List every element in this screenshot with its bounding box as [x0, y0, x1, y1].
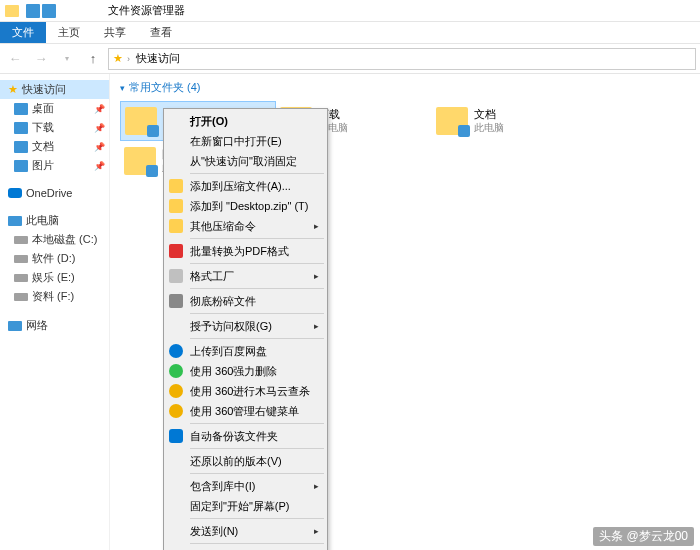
ctx-360-menu[interactable]: 使用 360管理右键菜单	[166, 401, 325, 421]
ctx-360-scan[interactable]: 使用 360进行木马云查杀	[166, 381, 325, 401]
folder-icon	[125, 107, 157, 135]
nav-history-dropdown[interactable]: ▾	[56, 48, 78, 70]
sidebar-item-downloads[interactable]: 下载📌	[0, 118, 109, 137]
onedrive-icon	[8, 188, 22, 198]
nav-up-button[interactable]: ↑	[82, 48, 104, 70]
ctx-shred[interactable]: 彻底粉碎文件	[166, 291, 325, 311]
sidebar-this-pc[interactable]: 此电脑	[0, 211, 109, 230]
breadcrumb[interactable]: 快速访问	[134, 51, 182, 66]
sidebar-item-desktop[interactable]: 桌面📌	[0, 99, 109, 118]
ctx-auto-backup[interactable]: 自动备份该文件夹	[166, 426, 325, 446]
nav-forward-button[interactable]: →	[30, 48, 52, 70]
pin-icon: 📌	[94, 142, 105, 152]
folder-icon	[4, 3, 20, 19]
ctx-send-to[interactable]: 发送到(N)▸	[166, 521, 325, 541]
pictures-icon	[14, 160, 28, 172]
ctx-unpin-quick-access[interactable]: 从"快速访问"取消固定	[166, 151, 325, 171]
ctx-add-archive[interactable]: 添加到压缩文件(A)...	[166, 176, 325, 196]
submenu-arrow-icon: ▸	[314, 526, 319, 536]
chevron-right-icon[interactable]: ›	[127, 54, 130, 64]
ctx-include-library[interactable]: 包含到库中(I)▸	[166, 476, 325, 496]
separator	[190, 473, 324, 474]
pc-icon	[8, 216, 22, 226]
ctx-open[interactable]: 打开(O)	[166, 111, 325, 131]
pin-icon: 📌	[94, 161, 105, 171]
drive-icon	[14, 236, 28, 244]
submenu-arrow-icon: ▸	[314, 221, 319, 231]
archive-icon	[169, 219, 183, 233]
360-icon	[169, 384, 183, 398]
format-factory-icon	[169, 269, 183, 283]
sidebar-item-pictures[interactable]: 图片📌	[0, 156, 109, 175]
sidebar-label: 快速访问	[22, 82, 66, 97]
360-icon	[169, 364, 183, 378]
ctx-pin-start[interactable]: 固定到"开始"屏幕(P)	[166, 496, 325, 516]
ctx-convert-pdf[interactable]: 批量转换为PDF格式	[166, 241, 325, 261]
sidebar-network[interactable]: 网络	[0, 316, 109, 335]
submenu-arrow-icon: ▸	[314, 481, 319, 491]
separator	[190, 518, 324, 519]
sidebar-item-documents[interactable]: 文档📌	[0, 137, 109, 156]
ctx-add-archive-to[interactable]: 添加到 "Desktop.zip" (T)	[166, 196, 325, 216]
chevron-down-icon[interactable]: ▾	[120, 83, 125, 93]
ctx-360-delete[interactable]: 使用 360强力删除	[166, 361, 325, 381]
tab-file[interactable]: 文件	[0, 22, 46, 43]
star-icon: ★	[113, 52, 123, 65]
submenu-arrow-icon: ▸	[314, 271, 319, 281]
360-icon	[169, 404, 183, 418]
shred-icon	[169, 294, 183, 308]
sidebar: ★ 快速访问 桌面📌 下载📌 文档📌 图片📌 OneDrive 此电脑 本地磁盘…	[0, 74, 110, 550]
sidebar-drive-f[interactable]: 资料 (F:)	[0, 287, 109, 306]
separator	[190, 313, 324, 314]
sidebar-drive-c[interactable]: 本地磁盘 (C:)	[0, 230, 109, 249]
submenu-arrow-icon: ▸	[314, 321, 319, 331]
tab-home[interactable]: 主页	[46, 22, 92, 43]
ribbon: 文件 主页 共享 查看	[0, 22, 700, 44]
ctx-format-factory[interactable]: 格式工厂▸	[166, 266, 325, 286]
pdf-icon	[169, 244, 183, 258]
separator	[190, 448, 324, 449]
group-header[interactable]: ▾ 常用文件夹 (4)	[120, 80, 690, 95]
tab-view[interactable]: 查看	[138, 22, 184, 43]
sidebar-onedrive[interactable]: OneDrive	[0, 185, 109, 201]
quick-access-toolbar[interactable]	[26, 4, 56, 18]
address-bar[interactable]: ★ › 快速访问	[108, 48, 696, 70]
pin-icon: 📌	[94, 104, 105, 114]
ctx-other-compress[interactable]: 其他压缩命令▸	[166, 216, 325, 236]
tab-share[interactable]: 共享	[92, 22, 138, 43]
watermark: 头条 @梦云龙00	[593, 527, 694, 546]
pin-icon: 📌	[94, 123, 105, 133]
ctx-grant-access[interactable]: 授予访问权限(G)▸	[166, 316, 325, 336]
separator	[190, 288, 324, 289]
drive-icon	[14, 274, 28, 282]
ctx-upload-baidu[interactable]: 上传到百度网盘	[166, 341, 325, 361]
navbar: ← → ▾ ↑ ★ › 快速访问	[0, 44, 700, 74]
cloud-icon	[169, 429, 183, 443]
separator	[190, 543, 324, 544]
archive-icon	[169, 179, 183, 193]
sidebar-drive-d[interactable]: 软件 (D:)	[0, 249, 109, 268]
documents-icon	[14, 141, 28, 153]
separator	[190, 338, 324, 339]
downloads-icon	[14, 122, 28, 134]
desktop-icon	[14, 103, 28, 115]
archive-icon	[169, 199, 183, 213]
sidebar-quick-access[interactable]: ★ 快速访问	[0, 80, 109, 99]
nav-back-button[interactable]: ←	[4, 48, 26, 70]
titlebar: 文件资源管理器	[0, 0, 700, 22]
ctx-copy[interactable]: 复制(C)	[166, 546, 325, 550]
drive-icon	[14, 255, 28, 263]
network-icon	[8, 321, 22, 331]
folder-icon	[436, 107, 468, 135]
drive-icon	[14, 293, 28, 301]
ctx-restore-version[interactable]: 还原以前的版本(V)	[166, 451, 325, 471]
ctx-open-new-window[interactable]: 在新窗口中打开(E)	[166, 131, 325, 151]
separator	[190, 423, 324, 424]
separator	[190, 173, 324, 174]
folder-item-documents[interactable]: 文档此电脑	[432, 101, 588, 141]
star-icon: ★	[8, 83, 18, 96]
separator	[190, 238, 324, 239]
window-title: 文件资源管理器	[108, 3, 185, 18]
context-menu: 打开(O) 在新窗口中打开(E) 从"快速访问"取消固定 添加到压缩文件(A).…	[163, 108, 328, 550]
sidebar-drive-e[interactable]: 娱乐 (E:)	[0, 268, 109, 287]
